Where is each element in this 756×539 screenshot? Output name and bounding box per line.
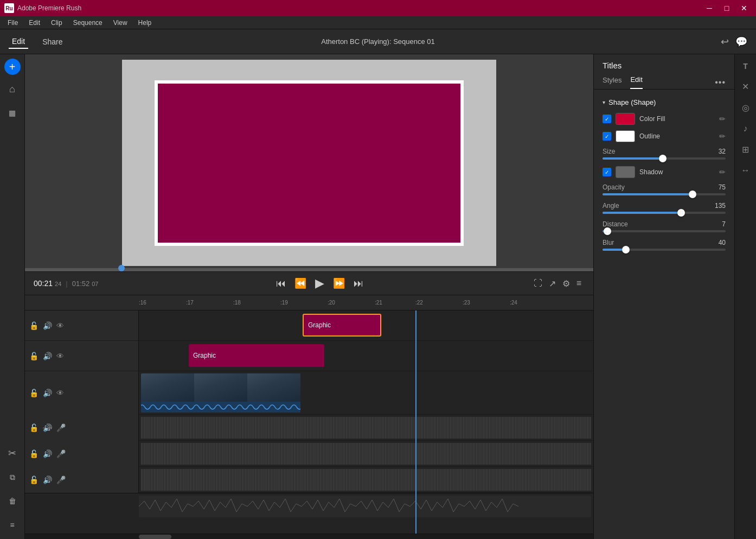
play-button[interactable]: ▶ (311, 276, 329, 290)
clip-graphic-1[interactable]: Graphic (303, 314, 381, 337)
topbar-share[interactable]: Share (39, 35, 66, 48)
audio-icon-video[interactable]: 🔊 (43, 389, 52, 397)
audio-icon-a2[interactable]: 🔊 (43, 449, 52, 458)
shadow-edit-icon[interactable]: ✏ (719, 168, 726, 176)
ruler-mark: :20 (328, 300, 335, 306)
delete-button[interactable]: 🗑 (3, 491, 22, 511)
menu-edit[interactable]: Edit (23, 18, 46, 28)
track-content-graphic-2: Graphic (139, 341, 593, 371)
go-to-start-button[interactable]: ⏮ (272, 278, 290, 289)
audio-icon-2[interactable]: 🔊 (43, 352, 52, 360)
topbar-left: Edit Share (9, 35, 66, 49)
angle-slider-track[interactable] (603, 212, 726, 214)
minimize-button[interactable]: ─ (702, 3, 717, 14)
size-slider-thumb[interactable] (659, 155, 667, 162)
comment-button[interactable]: 💬 (735, 36, 747, 48)
opacity-slider-thumb[interactable] (689, 191, 696, 198)
video-clip[interactable] (141, 373, 300, 413)
tab-styles[interactable]: Styles (603, 76, 622, 88)
step-forward-button[interactable]: ⏩ (329, 277, 349, 289)
undo-button[interactable]: ↩ (721, 36, 729, 48)
blur-slider-track[interactable] (603, 249, 726, 251)
lock-icon-a3[interactable]: 🔓 (29, 475, 39, 484)
distance-slider-row: Distance 7 (603, 220, 726, 232)
crop-panel-icon[interactable]: ✕ (739, 78, 752, 95)
topbar-edit[interactable]: Edit (9, 35, 28, 49)
mic-icon-a2[interactable]: 🎤 (56, 449, 66, 458)
add-media-button[interactable]: + (4, 59, 21, 75)
panel-more-button[interactable]: ••• (715, 78, 726, 87)
visibility-icon-1[interactable]: 👁 (56, 321, 64, 330)
distance-slider-thumb[interactable] (604, 227, 611, 235)
media-bin-button[interactable]: ▦ (3, 103, 22, 123)
track-content-graphic-1: Graphic (139, 310, 593, 340)
timeline-settings-button[interactable]: ⚙ (559, 278, 573, 289)
tab-edit[interactable]: Edit (630, 75, 642, 89)
angle-slider-thumb[interactable] (677, 209, 685, 217)
outline-swatch[interactable] (616, 130, 635, 142)
timeline: :16 :17 :18 :19 :20 :21 :22 :23 :24 (25, 295, 593, 539)
size-slider-track[interactable] (603, 157, 726, 160)
step-back-button[interactable]: ⏪ (290, 277, 311, 289)
mic-icon-a1[interactable]: 🎤 (56, 423, 66, 432)
menu-help[interactable]: Help (133, 18, 157, 28)
maximize-button[interactable]: □ (719, 3, 734, 14)
distance-slider-track[interactable] (603, 230, 726, 232)
go-to-end-button[interactable]: ⏭ (349, 278, 368, 289)
menu-button[interactable]: ≡ (3, 515, 22, 535)
color-fill-checkbox[interactable] (603, 115, 611, 123)
menu-clip[interactable]: Clip (46, 18, 68, 28)
fullscreen-button[interactable]: ⛶ (530, 278, 546, 288)
effects-panel-icon[interactable]: ◎ (739, 99, 753, 116)
audio-icon-1[interactable]: 🔊 (43, 321, 52, 330)
menu-sequence[interactable]: Sequence (68, 18, 108, 28)
playhead-bar[interactable] (25, 268, 593, 271)
lock-icon-a1[interactable]: 🔓 (29, 423, 39, 432)
lock-icon-video[interactable]: 🔓 (29, 389, 39, 397)
sequence-title: Atherton BC (Playing): Sequence 01 (321, 37, 435, 46)
menu-file[interactable]: File (2, 18, 23, 28)
timeline-menu-button[interactable]: ≡ (573, 278, 585, 288)
timeline-scrollbar[interactable] (25, 534, 593, 539)
titles-panel-icon[interactable]: T (740, 59, 751, 74)
home-button[interactable]: ⌂ (3, 79, 22, 99)
clip-graphic-2[interactable]: Graphic (189, 344, 324, 367)
color-fill-edit-icon[interactable]: ✏ (719, 115, 726, 123)
opacity-slider-track[interactable] (603, 193, 726, 195)
motion-panel-icon[interactable]: ⊞ (739, 141, 752, 158)
shadow-checkbox[interactable] (603, 168, 611, 176)
visibility-icon-video[interactable]: 👁 (56, 389, 64, 397)
track-content-audio-1 (139, 415, 593, 440)
blur-slider-thumb[interactable] (622, 246, 630, 253)
track-content-video (139, 371, 593, 414)
scrollbar-thumb[interactable] (139, 535, 171, 539)
shadow-swatch[interactable] (616, 166, 635, 178)
opacity-value: 75 (719, 183, 726, 191)
color-fill-swatch[interactable] (616, 113, 635, 125)
titlebar-left: Ru Adobe Premiere Rush (4, 3, 81, 13)
master-audio-track (25, 493, 593, 519)
close-button[interactable]: ✕ (736, 3, 752, 14)
mic-icon-a3[interactable]: 🎤 (56, 475, 66, 484)
playhead-position[interactable] (118, 265, 125, 271)
track-header-audio-3: 🔓 🔊 🎤 (25, 467, 139, 493)
outline-checkbox[interactable] (603, 132, 611, 141)
waveform-svg (139, 496, 591, 517)
clip-label-2: Graphic (193, 352, 216, 359)
lock-icon-1[interactable]: 🔓 (29, 321, 39, 330)
visibility-icon-2[interactable]: 👁 (56, 352, 64, 360)
outline-edit-icon[interactable]: ✏ (719, 132, 726, 141)
section-header: ▾ Shape (Shape) (603, 98, 726, 106)
distance-value: 7 (722, 220, 726, 228)
export-frame-button[interactable]: ↗ (546, 278, 559, 289)
audio-icon-a3[interactable]: 🔊 (43, 475, 52, 484)
audio-panel-icon[interactable]: ♪ (740, 121, 751, 137)
lock-icon-a2[interactable]: 🔓 (29, 449, 39, 458)
transform-panel-icon[interactable]: ↔ (738, 162, 753, 179)
cut-button[interactable]: ✂ (3, 443, 22, 463)
menu-view[interactable]: View (108, 18, 133, 28)
section-chevron[interactable]: ▾ (603, 99, 605, 105)
lock-icon-2[interactable]: 🔓 (29, 352, 39, 360)
duplicate-button[interactable]: ⧉ (3, 467, 22, 487)
mute-icon-a1[interactable]: 🔊 (43, 423, 52, 432)
